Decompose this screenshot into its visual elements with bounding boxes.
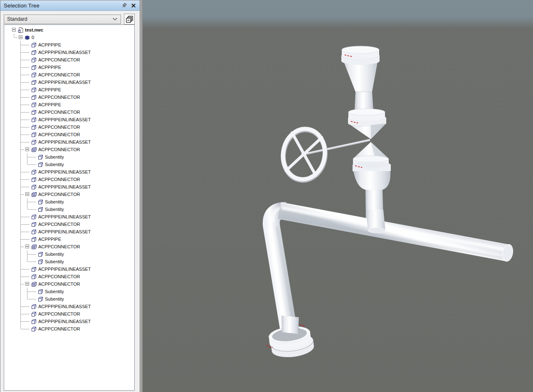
tree-item-label: Subentity [45, 296, 64, 301]
tree-item[interactable]: Subentity [4, 250, 134, 258]
tree-item[interactable]: ACPPCONNECTOR [4, 71, 134, 78]
close-icon[interactable]: ✕ [130, 2, 137, 9]
tree-item[interactable]: ACPPPIPEINLINEASSET [4, 138, 134, 146]
tree-guide [31, 250, 37, 258]
viewport-background[interactable] [143, 0, 533, 392]
tree-item[interactable]: ACPPPIPE [4, 41, 134, 49]
tree-item[interactable]: ACPPPIPE [4, 101, 134, 108]
tree-item[interactable]: ACPPPIPEINLINEASSET [4, 168, 134, 176]
expander-cell [24, 146, 31, 153]
tree-item[interactable]: Subentity [4, 161, 134, 168]
tree-item[interactable]: ACPPPIPEINLINEASSET [4, 265, 134, 273]
tree-item[interactable]: ACPPCONNECTOR [4, 176, 134, 183]
tree-item-label: ACPPCONNECTOR [38, 311, 80, 316]
tree-guide [24, 123, 31, 131]
tree-item[interactable]: ACPPPIPEINLINEASSET [4, 49, 134, 56]
tee-stub[interactable] [366, 210, 385, 233]
tree-item[interactable]: ACPPCONNECTOR [4, 325, 134, 333]
tree-guide [11, 220, 17, 228]
tree-mode-select[interactable]: Standard [4, 15, 121, 24]
expander-minus-icon[interactable] [19, 35, 22, 39]
expander-minus-icon[interactable] [25, 282, 29, 286]
tree-item[interactable]: ACPPPIPEINLINEASSET [4, 318, 134, 325]
box-icon [37, 199, 44, 205]
box-icon [31, 176, 37, 182]
tree-connector [17, 101, 24, 108]
box-icon [31, 72, 37, 78]
cascade-windows-button[interactable] [124, 14, 135, 24]
expander-minus-icon[interactable] [12, 28, 16, 32]
tree-item[interactable]: ACPPCONNECTOR [4, 146, 134, 153]
tree-guide [24, 49, 31, 56]
tree-item[interactable]: ACPPPIPE [4, 235, 134, 243]
tree-guide [24, 108, 31, 116]
box-icon [31, 64, 37, 70]
tree-item[interactable]: Subentity [4, 206, 134, 213]
tree-connector [17, 131, 24, 138]
grid-box-icon [31, 191, 37, 197]
tree-item[interactable]: Subentity [4, 153, 134, 161]
tree-item[interactable]: ACPPCONNECTOR [4, 280, 134, 288]
tree-item[interactable]: ACPPPIPE [4, 64, 134, 71]
tree-connector [24, 295, 31, 303]
tree-connector [24, 258, 31, 265]
scene-canvas[interactable] [143, 0, 533, 392]
tree-item-label: ACPPCONNECTOR [38, 57, 80, 62]
expander-minus-icon[interactable] [25, 245, 29, 248]
tree-item[interactable]: ACPPPIPEINLINEASSET [4, 78, 134, 86]
tree-item[interactable]: Subentity [4, 258, 134, 265]
bottom-pipe-entry[interactable] [281, 316, 300, 334]
tree-item[interactable]: ACPPCONNECTOR [4, 310, 134, 318]
tree-item[interactable]: 0 [4, 34, 134, 41]
panel-titlebar[interactable]: Selection Tree ✕ [0, 0, 140, 11]
tree-guide [11, 243, 17, 250]
viewport-3d[interactable] [143, 0, 533, 392]
panel-splitter[interactable] [140, 0, 143, 392]
tree-item[interactable]: ACPPCONNECTOR [4, 243, 134, 250]
tree-connector [17, 303, 24, 310]
tree-item[interactable]: ACPPCONNECTOR [4, 191, 134, 198]
tree-item[interactable]: ACPPCONNECTOR [4, 131, 134, 138]
tree-item[interactable]: ACPPCONNECTOR [4, 220, 134, 228]
tree-guide [11, 101, 17, 108]
box-icon [31, 124, 37, 130]
tree-item[interactable]: Subentity [4, 198, 134, 206]
tree-item-label: ACPPPIPEINLINEASSET [38, 304, 91, 309]
tree-item[interactable]: ACPPPIPEINLINEASSET [4, 303, 134, 310]
expander-cell [24, 191, 31, 198]
tree-item[interactable]: ACPPPIPEINLINEASSET [4, 183, 134, 191]
tree-guide [24, 303, 31, 310]
tree-item[interactable]: ACPPCONNECTOR [4, 93, 134, 101]
tree-connector [17, 56, 24, 64]
tree-item[interactable]: Subentity [4, 288, 134, 295]
grid-box-icon [31, 147, 37, 152]
tree-item-label: 0 [32, 35, 34, 40]
tree-connector [24, 288, 31, 295]
top-flange[interactable] [341, 46, 380, 65]
tree-guide [17, 288, 24, 295]
selection-tree-scroll-area[interactable]: test.nwc0ACPPPIPEACPPPIPEINLINEASSETACPP… [4, 24, 135, 391]
expander-minus-icon[interactable] [25, 147, 29, 151]
tree-item[interactable]: ACPPCONNECTOR [4, 108, 134, 116]
tree-item[interactable]: ACPPCONNECTOR [4, 273, 134, 280]
auto-hide-pin-icon[interactable] [121, 2, 128, 9]
tree-guide [11, 303, 17, 310]
tree-guide [11, 108, 17, 116]
tree-item[interactable]: ACPPPIPEINLINEASSET [4, 213, 134, 220]
tree-item[interactable]: ACPPCONNECTOR [4, 123, 134, 131]
tree-item[interactable]: ACPPPIPEINLINEASSET [4, 228, 134, 235]
cascade-windows-icon [126, 15, 133, 23]
tree-connector [17, 41, 24, 49]
selection-tree: test.nwc0ACPPPIPEACPPPIPEINLINEASSETACPP… [4, 25, 134, 333]
expander-minus-icon[interactable] [25, 192, 29, 196]
box-icon [37, 206, 44, 212]
tree-guide [11, 153, 17, 161]
tree-item[interactable]: Subentity [4, 295, 134, 303]
tree-item[interactable]: test.nwc [4, 26, 134, 34]
tree-item[interactable]: ACPPPIPEINLINEASSET [4, 116, 134, 123]
tree-item[interactable]: ACPPPIPE [4, 86, 134, 93]
box-icon [31, 236, 37, 242]
tree-connector [17, 123, 24, 131]
tree-item-label: ACPPPIPEINLINEASSET [38, 80, 91, 85]
tree-item[interactable]: ACPPCONNECTOR [4, 56, 134, 64]
